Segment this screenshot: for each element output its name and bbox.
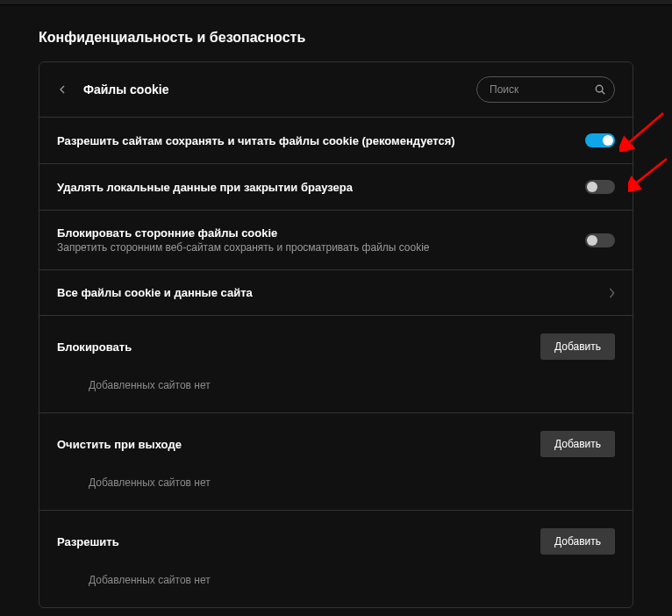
search-icon [594, 83, 606, 96]
allow-cookies-row: Разрешить сайтам сохранять и читать файл… [39, 118, 633, 164]
block-third-party-desc: Запретить сторонним веб-сайтам сохранять… [57, 241, 585, 254]
all-cookies-link[interactable]: Все файлы cookie и данные сайта [39, 270, 633, 316]
allow-empty-msg: Добавленных сайтов нет [57, 574, 615, 595]
allow-add-button[interactable]: Добавить [540, 528, 615, 555]
annotation-arrow-2 [628, 154, 672, 192]
page-title: Конфиденциальность и безопасность [0, 5, 672, 61]
allow-cookies-toggle[interactable] [585, 133, 615, 147]
clear-add-button[interactable]: Добавить [540, 431, 615, 457]
setting-text: Блокировать сторонние файлы cookie Запре… [57, 226, 585, 254]
block-section: Блокировать Добавить Добавленных сайтов … [39, 316, 633, 413]
block-add-button[interactable]: Добавить [540, 333, 615, 360]
clear-section-title: Очистить при выходе [57, 438, 540, 451]
svg-line-3 [633, 159, 667, 185]
block-third-party-label: Блокировать сторонние файлы cookie [57, 226, 585, 240]
chevron-right-icon [609, 288, 615, 298]
svg-line-1 [602, 91, 604, 94]
block-section-title: Блокировать [57, 340, 540, 354]
panel-title: Файлы cookie [83, 82, 476, 97]
setting-text: Удалять локальные данные при закрытии бр… [57, 181, 585, 194]
allow-cookies-label: Разрешить сайтам сохранять и читать файл… [57, 134, 585, 147]
section-head: Разрешить Добавить [57, 528, 615, 555]
block-third-party-toggle[interactable] [585, 233, 615, 247]
clear-section: Очистить при выходе Добавить Добавленных… [39, 413, 633, 511]
search-field-wrap [476, 76, 615, 103]
block-third-party-row: Блокировать сторонние файлы cookie Запре… [39, 211, 633, 270]
back-arrow-icon[interactable] [54, 81, 71, 98]
allow-section: Разрешить Добавить Добавленных сайтов не… [39, 511, 633, 607]
clear-on-exit-label: Удалять локальные данные при закрытии бр… [57, 181, 585, 194]
setting-text: Разрешить сайтам сохранять и читать файл… [57, 134, 585, 147]
all-cookies-label: Все файлы cookie и данные сайта [57, 286, 609, 299]
block-empty-msg: Добавленных сайтов нет [57, 379, 615, 400]
settings-panel: Файлы cookie Разрешить сайтам сохранять … [39, 61, 633, 608]
svg-point-0 [596, 85, 603, 92]
clear-empty-msg: Добавленных сайтов нет [57, 476, 615, 498]
clear-on-exit-row: Удалять локальные данные при закрытии бр… [39, 164, 633, 211]
allow-section-title: Разрешить [57, 535, 540, 548]
panel-header: Файлы cookie [39, 62, 633, 118]
section-head: Блокировать Добавить [57, 333, 615, 360]
section-head: Очистить при выходе Добавить [57, 431, 615, 457]
clear-on-exit-toggle[interactable] [585, 180, 615, 194]
